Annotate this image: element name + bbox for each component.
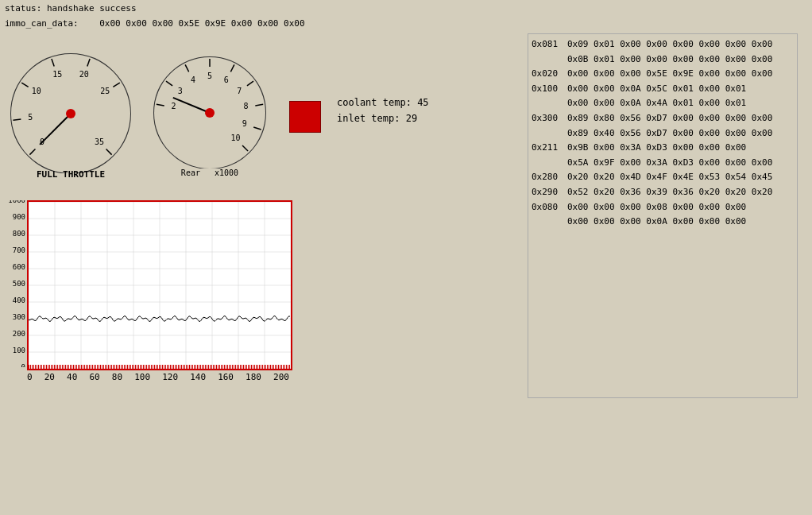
can-data-values: 0x00 0x00 0x00 0x5E 0x9E 0x00 0x00 0x00 [99,18,304,29]
raw-data-row: 0x2900x52 0x20 0x36 0x39 0x36 0x20 0x20 … [532,185,794,199]
raw-data-row: 0x2110x9B 0x00 0x3A 0xD3 0x00 0x00 0x00 [532,141,794,155]
data-addr [532,96,567,110]
raw-data-row: 0x1000x00 0x00 0x0A 0x5C 0x01 0x00 0x01 [532,82,794,96]
data-values: 0x20 0x20 0x4D 0x4F 0x4E 0x53 0x54 0x45 [567,170,794,184]
raw-data-row: 0x00 0x00 0x00 0x0A 0x00 0x00 0x00 [532,215,794,229]
raw-data-row: 0x89 0x40 0x56 0xD7 0x00 0x00 0x00 0x00 [532,126,794,141]
raw-data-row: 0x2800x20 0x20 0x4D 0x4F 0x4E 0x53 0x54 … [532,170,794,184]
data-addr: 0x280 [532,170,567,184]
data-addr: 0x300 [532,111,567,126]
left-panel: FULL THROTTLE Rear x1000 coolant temp: 4… [0,30,524,401]
chart-container: 0 20 40 60 80 100 120 140 160 180 200 [3,200,521,398]
y-axis [3,200,27,367]
coolant-temp: coolant temp: 45 [337,97,429,108]
temps-panel: coolant temp: 45 inlet temp: 29 [337,97,429,129]
raw-data-row: 0x0B 0x01 0x00 0x00 0x00 0x00 0x00 0x00 [532,52,794,67]
data-addr [532,52,567,67]
raw-data-row: 0x0800x00 0x00 0x00 0x08 0x00 0x00 0x00 [532,200,794,215]
data-addr [532,156,567,170]
data-values: 0x89 0x80 0x56 0xD7 0x00 0x00 0x00 0x00 [567,111,794,126]
tachometer-sublabel: x1000 [215,168,238,177]
tachometer-container: Rear x1000 [146,41,273,177]
gauges-row: FULL THROTTLE Rear x1000 coolant temp: 4… [3,33,521,184]
indicator-box [289,101,321,133]
speedometer-gauge [3,38,138,173]
speedometer-container: FULL THROTTLE [3,38,138,180]
main-area: FULL THROTTLE Rear x1000 coolant temp: 4… [0,30,812,401]
data-addr [532,215,567,229]
data-values: 0x5A 0x9F 0x00 0x3A 0xD3 0x00 0x00 0x00 [567,156,794,170]
chart-y-labels [3,200,27,359]
data-values: 0x0B 0x01 0x00 0x00 0x00 0x00 0x00 0x00 [567,52,794,67]
can-data-row: immo_can_data: 0x00 0x00 0x00 0x5E 0x9E … [0,17,812,30]
raw-data-row: 0x0200x00 0x00 0x00 0x5E 0x9E 0x00 0x00 … [532,67,794,81]
status-text: status: handshake success [5,3,137,14]
raw-data-row: 0x00 0x00 0x0A 0x4A 0x01 0x00 0x01 [532,96,794,110]
main-chart [27,200,292,370]
status-bar: status: handshake success [0,0,812,17]
data-values: 0x00 0x00 0x0A 0x4A 0x01 0x00 0x01 [567,96,794,110]
data-values: 0x89 0x40 0x56 0xD7 0x00 0x00 0x00 0x00 [567,126,794,141]
data-values: 0x00 0x00 0x0A 0x5C 0x01 0x00 0x01 [567,82,794,96]
data-values: 0x52 0x20 0x36 0x39 0x36 0x20 0x20 0x20 [567,185,794,199]
data-values: 0x00 0x00 0x00 0x0A 0x00 0x00 0x00 [567,215,794,229]
data-addr: 0x211 [532,141,567,155]
data-values: 0x9B 0x00 0x3A 0xD3 0x00 0x00 0x00 [567,141,794,155]
data-addr: 0x081 [532,37,567,52]
data-values: 0x09 0x01 0x00 0x00 0x00 0x00 0x00 0x00 [567,37,794,52]
data-addr: 0x290 [532,185,567,199]
data-addr [532,126,567,141]
data-addr: 0x100 [532,82,567,96]
tachometer-label: Rear [181,168,200,177]
raw-data-row: 0x5A 0x9F 0x00 0x3A 0xD3 0x00 0x00 0x00 [532,156,794,170]
raw-data-row: 0x0810x09 0x01 0x00 0x00 0x00 0x00 0x00 … [532,37,794,52]
data-values: 0x00 0x00 0x00 0x08 0x00 0x00 0x00 [567,200,794,215]
raw-data-row: 0x3000x89 0x80 0x56 0xD7 0x00 0x00 0x00 … [532,111,794,126]
can-data-label: immo_can_data: [5,18,95,29]
right-panel: 0x0810x09 0x01 0x00 0x00 0x00 0x00 0x00 … [528,33,798,398]
chart-x-labels: 0 20 40 60 80 100 120 140 160 180 200 [27,372,289,382]
data-addr: 0x080 [532,200,567,215]
tachometer-gauge [146,41,273,168]
inlet-temp: inlet temp: 29 [337,113,429,124]
data-values: 0x00 0x00 0x00 0x5E 0x9E 0x00 0x00 0x00 [567,67,794,81]
data-addr: 0x020 [532,67,567,81]
tachometer-labels: Rear x1000 [146,168,273,177]
